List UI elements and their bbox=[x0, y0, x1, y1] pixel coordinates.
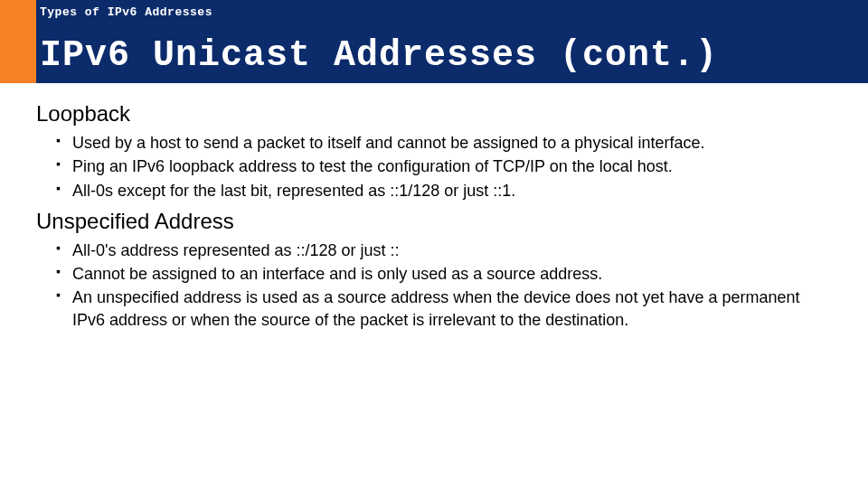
list-item: All-0s except for the last bit, represen… bbox=[56, 180, 832, 202]
accent-block bbox=[0, 0, 36, 83]
list-item: Ping an IPv6 loopback address to test th… bbox=[56, 155, 832, 177]
list-item: An unspecified address is used as a sour… bbox=[56, 286, 832, 331]
slide-title: IPv6 Unicast Addresses (cont.) bbox=[40, 35, 718, 76]
list-item: All-0's address represented as ::/128 or… bbox=[56, 239, 832, 261]
section-heading-unspecified: Unspecified Address bbox=[36, 209, 832, 234]
bullet-list-unspecified: All-0's address represented as ::/128 or… bbox=[36, 239, 832, 331]
list-item: Cannot be assigned to an interface and i… bbox=[56, 263, 832, 285]
section-heading-loopback: Loopback bbox=[36, 101, 832, 127]
kicker-text: Types of IPv6 Addresses bbox=[40, 5, 212, 19]
slide-header: Types of IPv6 Addresses IPv6 Unicast Add… bbox=[0, 0, 868, 83]
list-item: Used by a host to send a packet to itsel… bbox=[56, 132, 832, 154]
slide-content: Loopback Used by a host to send a packet… bbox=[0, 83, 868, 331]
bullet-list-loopback: Used by a host to send a packet to itsel… bbox=[36, 132, 832, 202]
